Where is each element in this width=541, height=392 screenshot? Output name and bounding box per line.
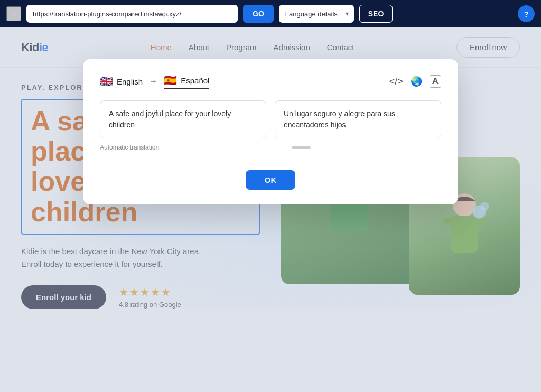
- back-button[interactable]: ‹: [6, 6, 21, 21]
- lang-arrow: →: [149, 77, 157, 86]
- target-text: Un lugar seguro y alegre para sus encant…: [284, 109, 395, 129]
- help-button[interactable]: ?: [518, 5, 535, 22]
- target-language[interactable]: 🇪🇸 Español: [164, 74, 209, 89]
- auto-translation-label: Automatic translation: [100, 144, 161, 151]
- lang-selector: 🇬🇧 English → 🇪🇸 Español: [100, 74, 209, 89]
- modal-footer: OK: [100, 170, 441, 190]
- target-flag: 🇪🇸: [164, 74, 177, 87]
- go-button[interactable]: GO: [243, 5, 274, 23]
- modal-backdrop: 🇬🇧 English → 🇪🇸 Español </> 🌏 A: [0, 27, 541, 392]
- font-icon[interactable]: A: [430, 75, 441, 88]
- ok-button[interactable]: OK: [246, 170, 296, 190]
- modal-meta-row: Automatic translation: [100, 144, 441, 161]
- source-lang-label: English: [117, 77, 143, 86]
- translation-modal: 🇬🇧 English → 🇪🇸 Español </> 🌏 A: [83, 59, 458, 204]
- code-icon[interactable]: </>: [389, 76, 403, 87]
- website-content: Kidie Home About Program Admission Conta…: [0, 27, 541, 392]
- scrollbar-hint: [292, 146, 311, 149]
- lang-dropdown-wrapper: Language details: [279, 5, 354, 23]
- globe-icon[interactable]: 🌏: [411, 76, 422, 87]
- seo-button[interactable]: SEO: [359, 5, 393, 23]
- url-bar[interactable]: https://translation-plugins-compared.ins…: [26, 5, 238, 23]
- target-lang-label: Español: [181, 76, 209, 85]
- source-text-box[interactable]: A safe and joyful place for your lovely …: [100, 100, 266, 138]
- modal-header: 🇬🇧 English → 🇪🇸 Español </> 🌏 A: [100, 74, 441, 89]
- target-text-box[interactable]: Un lugar seguro y alegre para sus encant…: [275, 100, 441, 138]
- lang-dropdown[interactable]: Language details: [279, 5, 354, 23]
- source-flag: 🇬🇧: [100, 75, 113, 88]
- url-text: https://translation-plugins-compared.ins…: [33, 10, 181, 18]
- browser-toolbar: ‹ https://translation-plugins-compared.i…: [0, 0, 541, 27]
- source-text: A safe and joyful place for your lovely …: [109, 109, 231, 129]
- modal-header-icons: </> 🌏 A: [389, 75, 441, 88]
- source-language[interactable]: 🇬🇧 English: [100, 75, 143, 88]
- translation-boxes: A safe and joyful place for your lovely …: [100, 100, 441, 138]
